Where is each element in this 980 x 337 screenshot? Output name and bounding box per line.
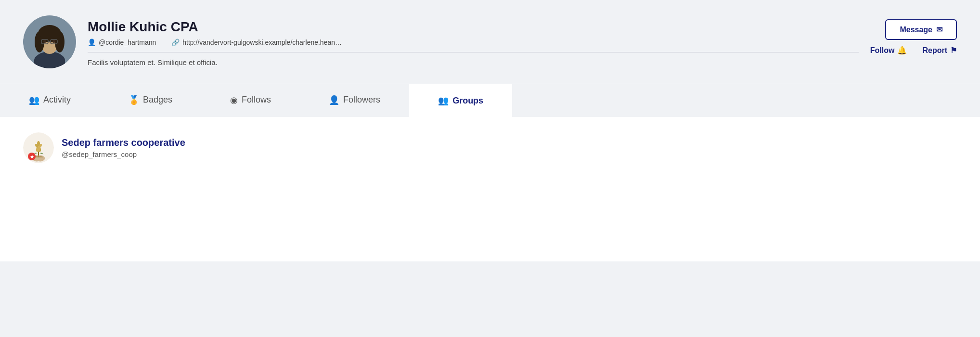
flag-icon: ⚑ <box>950 46 957 55</box>
tab-followers[interactable]: 👤 Followers <box>300 84 409 117</box>
tabs: 👥 Activity 🏅 Badges ◉ Follows 👤 Follower… <box>0 84 980 117</box>
action-links: Follow 🔔 Report ⚑ <box>870 46 957 55</box>
svg-point-12 <box>43 40 46 43</box>
website-meta[interactable]: 🔗 http://vandervort-gulgowski.example/ch… <box>171 39 342 46</box>
tab-follows[interactable]: ◉ Follows <box>201 84 300 117</box>
report-label: Report <box>922 46 947 55</box>
profile-actions: Message ✉ Follow 🔔 Report ⚑ <box>870 15 957 55</box>
follows-icon: ◉ <box>230 95 238 105</box>
group-info: Sedep farmers cooperative @sedep_farmers… <box>62 137 185 158</box>
profile-top: Mollie Kuhic CPA 👤 @cordie_hartmann 🔗 ht… <box>23 15 957 80</box>
activity-icon: 👥 <box>29 95 39 105</box>
follow-button[interactable]: Follow 🔔 <box>870 46 907 55</box>
profile-info: Mollie Kuhic CPA 👤 @cordie_hartmann 🔗 ht… <box>88 15 859 66</box>
tab-followers-label: Followers <box>343 95 380 105</box>
website: http://vandervort-gulgowski.example/char… <box>182 39 342 46</box>
svg-point-8 <box>39 26 61 39</box>
group-logo: ★ <box>23 132 54 163</box>
tab-groups[interactable]: 👥 Groups <box>409 84 512 117</box>
followers-icon: 👤 <box>329 95 339 105</box>
message-label: Message <box>900 26 932 34</box>
report-button[interactable]: Report ⚑ <box>922 46 957 55</box>
group-handle: @sedep_farmers_coop <box>62 150 185 158</box>
profile-header: Mollie Kuhic CPA 👤 @cordie_hartmann 🔗 ht… <box>0 0 980 80</box>
group-item: ★ Sedep farmers cooperative @sedep_farme… <box>23 132 957 163</box>
username: @cordie_hartmann <box>99 39 156 46</box>
content-area: ★ Sedep farmers cooperative @sedep_farme… <box>0 117 980 261</box>
profile-meta: 👤 @cordie_hartmann 🔗 http://vandervort-g… <box>88 39 859 46</box>
tab-activity[interactable]: 👥 Activity <box>0 84 100 117</box>
message-icon: ✉ <box>936 25 942 34</box>
link-icon: 🔗 <box>171 39 180 46</box>
badges-icon: 🏅 <box>129 95 139 105</box>
svg-point-22 <box>37 141 40 146</box>
bell-icon: 🔔 <box>897 46 907 55</box>
tab-activity-label: Activity <box>43 95 71 105</box>
tab-groups-label: Groups <box>452 96 483 106</box>
svg-text:★: ★ <box>30 154 35 159</box>
svg-point-13 <box>52 40 55 43</box>
message-button[interactable]: Message ✉ <box>885 19 957 40</box>
profile-bio: Facilis voluptatem et. Similique et offi… <box>88 58 859 66</box>
tabs-container: 👥 Activity 🏅 Badges ◉ Follows 👤 Follower… <box>0 84 980 117</box>
tab-badges-label: Badges <box>143 95 172 105</box>
follow-label: Follow <box>870 46 895 55</box>
avatar <box>23 15 76 68</box>
tab-follows-label: Follows <box>242 95 271 105</box>
group-name[interactable]: Sedep farmers cooperative <box>62 137 185 148</box>
svg-rect-14 <box>34 55 65 68</box>
groups-icon: 👥 <box>438 95 449 106</box>
tab-badges[interactable]: 🏅 Badges <box>100 84 201 117</box>
profile-name: Mollie Kuhic CPA <box>88 19 859 35</box>
profile-divider <box>88 52 859 52</box>
user-icon: 👤 <box>88 39 96 46</box>
username-meta: 👤 @cordie_hartmann <box>88 39 156 46</box>
